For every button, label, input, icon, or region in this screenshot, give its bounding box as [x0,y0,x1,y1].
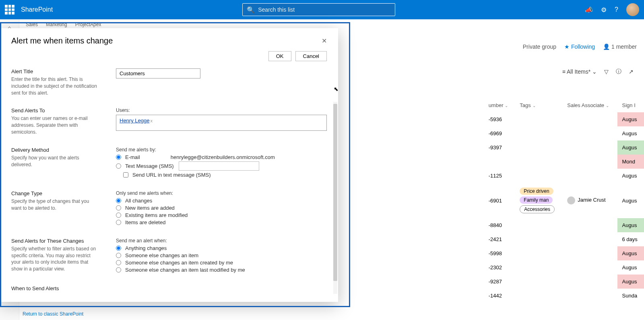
megaphone-icon[interactable]: 📣 [585,6,593,14]
avatar [567,196,575,204]
breadcrumb-item[interactable]: Sales [26,22,38,28]
tag-chip: Accessories [520,205,555,213]
col-sign[interactable]: Sign I [617,98,644,112]
col-number[interactable]: umber⌄ [484,98,515,112]
send-alert-when-label: Send me an alert when: [116,238,327,244]
cell-sign: Mond [617,155,644,169]
cell-associate [562,155,617,169]
ct-all-radio[interactable] [116,198,121,203]
cell-associate [562,169,617,183]
filter-icon[interactable]: ▽ [604,68,609,75]
cell-associate [562,126,617,140]
remove-person-icon[interactable]: x [150,118,153,123]
cell-sign: 6 days [617,232,644,246]
cell-tags [515,246,562,260]
cell-tags [515,275,562,289]
help-icon[interactable]: ? [615,6,618,13]
breadcrumb-item[interactable]: ProjectApex [75,22,101,28]
fc-else-item-radio[interactable] [116,253,121,258]
cell-associate [562,218,617,232]
users-label: Users: [116,107,327,113]
cell-number [484,155,515,169]
change-type-label: Change Type [11,190,100,196]
cell-tags [515,289,562,303]
cell-tags [515,218,562,232]
sms-number-input[interactable] [179,161,259,171]
cell-associate [562,289,617,303]
following-toggle[interactable]: ★ Following [564,43,595,50]
app-launcher-icon[interactable] [5,5,14,14]
when-send-label: When to Send Alerts [11,285,100,291]
delivery-email-radio[interactable] [116,155,121,160]
alert-dialog: Alert me when items change ✕ OK Cancel A… [0,28,338,302]
search-box[interactable]: 🔍 [242,3,395,16]
app-brand: SharePoint [21,6,53,13]
scrollbar-thumb[interactable] [333,104,337,281]
ct-deleted-radio[interactable] [116,220,121,225]
breadcrumb-item[interactable]: Marketing [46,22,67,28]
cell-tags [515,112,562,126]
cell-number: -5936 [484,112,515,126]
return-classic-link[interactable]: Return to classic SharePoint [23,311,83,317]
search-input[interactable] [258,6,391,13]
tag-chip: Family man [520,196,553,204]
members-count[interactable]: 👤 1 member [603,43,637,50]
only-send-label: Only send me alerts when: [116,190,327,196]
users-people-picker[interactable]: Henry Leggex [116,115,327,131]
send-by-label: Send me alerts by: [116,147,327,153]
fc-else-created-radio[interactable] [116,260,121,265]
cell-tags [515,260,562,275]
cell-sign: Augus [617,260,644,275]
col-tags[interactable]: Tags⌄ [515,98,562,112]
cell-sign: Augus [617,218,644,232]
cell-number: -9397 [484,140,515,155]
col-sales-associate[interactable]: Sales Associate⌄ [562,98,617,112]
email-address: henrylegge@citizenbuilders.onmicrosoft.c… [171,154,275,160]
person-chip[interactable]: Henry Legge [120,118,149,124]
cell-associate [562,246,617,260]
cell-associate [562,140,617,155]
cell-sign: Augus [617,140,644,155]
cell-number: -2421 [484,232,515,246]
send-url-sms-checkbox[interactable] [123,172,128,178]
info-icon[interactable]: ⓘ [616,68,621,75]
cell-number: -8840 [484,218,515,232]
cell-tags [515,232,562,246]
cell-associate [562,260,617,275]
change-type-desc: Specify the type of changes that you wan… [11,198,100,212]
user-avatar[interactable] [626,3,639,16]
cell-tags [515,169,562,183]
expand-icon[interactable]: ↗ [629,68,634,75]
search-icon: 🔍 [247,6,255,14]
group-type: Private group [523,43,556,50]
fc-else-modified-radio[interactable] [116,267,121,273]
cell-sign: Augus [617,275,644,289]
cell-sign: Sunda [617,289,644,303]
fc-anything-radio[interactable] [116,246,121,251]
view-selector[interactable]: ≡ All Items* ⌄ [562,68,597,75]
delivery-label: Delivery Method [11,147,100,153]
cell-number: -2302 [484,260,515,275]
ct-modified-radio[interactable] [116,213,121,218]
cell-tags: Price drivenFamily manAccessories [515,183,562,218]
delivery-sms-radio[interactable] [116,163,121,169]
cell-tags [515,140,562,155]
cell-sign: Augus [617,246,644,260]
alert-title-desc: Enter the title for this alert. This is … [11,76,100,96]
suite-bar: SharePoint 🔍 📣 ⚙ ? [0,0,644,19]
cancel-button[interactable]: Cancel [295,51,327,61]
close-icon[interactable]: ✕ [322,37,327,45]
cell-number: -1125 [484,169,515,183]
dialog-title: Alert me when items change [11,36,113,45]
cell-associate [562,112,617,126]
cell-number: -9287 [484,275,515,289]
tag-chip: Price driven [520,188,553,195]
cell-sign: Augus [617,183,644,218]
cell-sign: Augus [617,112,644,126]
ok-button[interactable]: OK [268,51,291,61]
for-changes-label: Send Alerts for These Changes [11,238,100,244]
ct-new-radio[interactable] [116,205,121,211]
cell-number: -5998 [484,246,515,260]
alert-title-input[interactable] [116,68,200,78]
gear-icon[interactable]: ⚙ [601,6,607,14]
